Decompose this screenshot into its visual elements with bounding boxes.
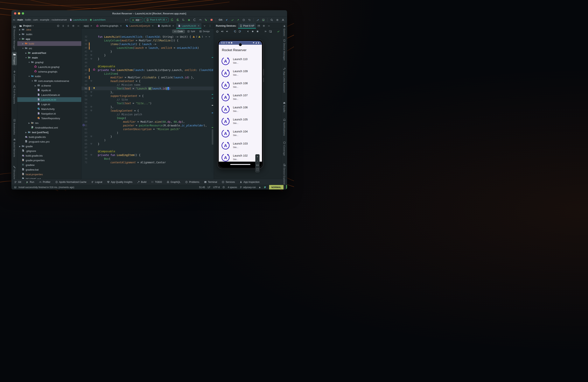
launch-list-item[interactable]: ALaunch 106Site... [219,104,262,116]
layout-toggle-button[interactable] [13,186,17,189]
tree-item-com.example.rocketreserve[interactable]: ▼com.example.rocketreserve [17,79,81,83]
tree-item-tokenrepository[interactable]: CTokenRepository [17,116,81,121]
code-line-60[interactable]: 60 modifier = Modifier.size(68.dp, 68.dp… [82,120,214,124]
volume-up-button[interactable] [221,29,224,33]
project-settings-button[interactable] [72,24,75,28]
toolwindow-button-logcat[interactable]: Logcat [91,181,103,183]
tab-list-dropdown-button[interactable] [202,24,207,28]
code-line-50[interactable]: 50 // Mission name [82,83,214,86]
running-devices-device-tab[interactable]: Pixel 8 AP [238,23,256,29]
code-editor[interactable]: 32fun LaunchList(onLaunchClick: (launchI… [82,34,214,179]
tree-item-launchlist.graphql[interactable]: LaunchList.graphql [17,64,81,69]
editor-tab-schema.graphqls[interactable]: schema.graphqls✕ [94,23,124,29]
debug-button[interactable] [187,18,191,22]
view-mode-design[interactable]: Design [197,30,212,33]
tab-options-button[interactable] [208,24,212,28]
code-line-51[interactable]: 51 Text(text = "Launch ${launch.id}") [82,86,214,90]
tree-collapse-arrow[interactable]: ▶ [28,122,30,124]
tree-item-androidmanifest.xml[interactable]: MFAndroidManifest.xml [17,125,81,130]
rotate-left-button[interactable] [233,29,236,33]
caret-position[interactable]: 51:45 [199,186,205,189]
run-configuration-select[interactable]: app▾ [130,18,143,22]
tree-expand-arrow[interactable]: ▼ [28,61,30,64]
launch-list-item[interactable]: ALaunch 107Site... [219,91,262,104]
tool-stripe-notifications[interactable]: Notifications [281,118,287,136]
git-branch[interactable]: odyssey-run [240,186,256,189]
fold-marker-icon[interactable] [90,95,92,97]
view-mode-code[interactable]: Code [172,30,185,33]
tree-item-launchlist.kt[interactable]: LaunchList.kt [17,97,81,102]
zoom-fit-button[interactable] [256,168,259,171]
code-line-71[interactable]: 71 contentAlignment = Alignment.Center [82,160,214,164]
tree-item-graphql[interactable]: ▼graphql [17,60,81,64]
code-line-44[interactable]: 44 [82,61,214,64]
tree-item-launchdetails.kt[interactable]: LaunchDetails.kt [17,93,81,97]
fold-marker-icon[interactable] [90,136,92,138]
deploy-status-icon[interactable] [277,29,280,33]
hide-mirror-button[interactable] [267,24,271,28]
profiler-dropdown-button[interactable] [198,18,202,22]
toolwindow-button-run[interactable]: Run [26,181,34,183]
toolwindow-button-git[interactable]: Git [14,181,21,183]
tool-stripe-commit[interactable]: Commit [11,70,17,83]
toolwindow-button-graphql[interactable]: GraphQL [167,181,180,183]
code-line-61[interactable]: 61 painter = painterResource(R.drawable.… [82,124,214,127]
tree-item-local.properties[interactable]: local.properties [17,172,81,177]
editor-tab-launchlist.kt[interactable]: LaunchList.kt✕ [176,23,202,29]
fold-marker-icon[interactable] [90,54,92,56]
editor-tab-launchlistquery.kt[interactable]: LaunchListQuery.kt✕ [124,23,156,29]
tree-item-gradlew[interactable]: gradlew [17,163,81,167]
code-line-39[interactable]: 39 items(launchList) { launch -> [82,42,214,46]
home-button[interactable] [251,29,254,33]
launch-list-item[interactable]: ALaunch 108Site... [219,79,262,91]
code-line-65[interactable]: 65 ) [82,138,214,142]
tree-expand-arrow[interactable]: ▼ [31,80,33,82]
stop-button[interactable] [210,18,214,22]
breadcrumb-item[interactable]: example [40,18,50,21]
breadcrumb-item[interactable]: rocketreserver [51,18,67,21]
inspection-status-icon[interactable] [222,186,225,189]
launch-list-item[interactable]: ALaunch 104Site... [219,127,262,140]
editor-scrollbar[interactable] [212,129,213,145]
code-line-56[interactable]: 56 }, [82,105,214,109]
inspections-widget[interactable]: 21 [192,35,210,38]
code-line-43[interactable]: 43} [82,57,214,61]
locate-file-button[interactable] [56,24,60,28]
close-window-button[interactable] [14,12,16,15]
code-line-62[interactable]: 62 contentDescription = "Mission patch" [82,127,214,131]
zoom-in-button[interactable]: + [257,155,258,158]
recents-button[interactable] [256,29,259,33]
toolwindow-button-profiler[interactable]: Profiler [39,181,51,183]
tree-collapse-arrow[interactable]: ▶ [19,145,21,148]
tree-item-ui.theme[interactable]: ▶ui.theme [17,83,81,88]
fold-marker-icon[interactable] [90,80,92,82]
code-line-41[interactable]: 41 } [82,50,214,53]
nav-handle[interactable] [230,164,251,165]
expand-all-button[interactable] [62,24,65,28]
tool-stripe-pull-requests[interactable]: Pull Requests [11,85,17,104]
code-line-57[interactable]: 57 leadingContent = { [82,109,214,112]
tree-item-navigation.kt[interactable]: Navigation.kt [17,111,81,116]
tree-item-build.gradle.kts[interactable]: build.gradle.kts [17,153,81,158]
breadcrumb-item[interactable]: kotlin [25,18,31,21]
tree-item-gradle[interactable]: ▶gradle [17,144,81,149]
search-button[interactable] [270,18,274,22]
tree-item-kotlin[interactable]: ▼kotlin [17,74,81,79]
tree-expand-arrow[interactable]: ▼ [22,47,24,49]
close-tab-icon[interactable]: ✕ [198,24,200,27]
code-line-46[interactable]: 46private fun LaunchItem(launch: LaunchL… [82,68,214,72]
toolwindow-button-terminal[interactable]: Terminal [204,181,217,183]
file-encoding[interactable]: UTF-8 [213,186,220,189]
tree-item-.idea[interactable]: ▶.idea [17,29,81,32]
toolwindow-button-apollo-normalized-cache[interactable]: Apollo Normalized Cache [55,181,86,183]
tree-expand-arrow[interactable]: ▼ [19,38,21,40]
run-anything-button[interactable]: ▾ [124,18,128,22]
apply-changes-button[interactable] [181,18,186,22]
code-line-63[interactable]: 63 ) [82,131,214,135]
close-tab-icon[interactable]: ✕ [172,24,174,27]
tool-stripe-gradle[interactable]: Gradle [281,101,287,113]
close-tab-icon[interactable]: ✕ [152,24,154,27]
readonly-toggle[interactable] [259,186,261,189]
tree-item-readme.md[interactable]: MDREADME.md [17,177,81,179]
code-line-48[interactable]: 48 modifier = Modifier.clickable { onCli… [82,75,214,79]
